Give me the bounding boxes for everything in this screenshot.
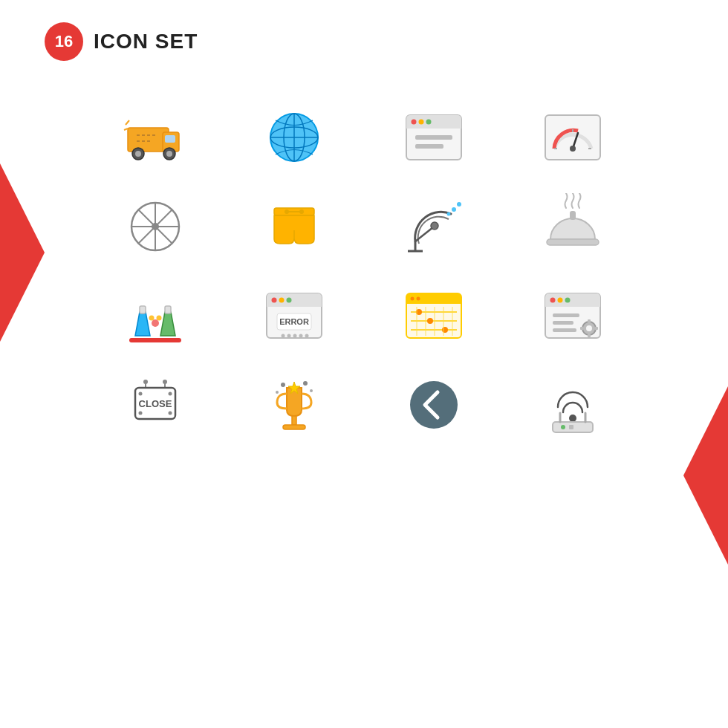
svg-point-58 <box>272 298 277 303</box>
icon-browser-settings <box>515 282 632 349</box>
svg-line-9 <box>126 120 129 125</box>
svg-point-65 <box>293 334 297 338</box>
icon-browser <box>375 104 493 171</box>
svg-point-63 <box>282 334 285 338</box>
svg-point-52 <box>152 319 159 327</box>
svg-rect-113 <box>292 416 296 425</box>
svg-line-10 <box>124 129 128 130</box>
svg-point-41 <box>431 222 438 230</box>
svg-rect-48 <box>547 239 599 245</box>
svg-point-121 <box>561 425 565 429</box>
svg-point-117 <box>569 415 576 422</box>
svg-rect-51 <box>165 306 171 313</box>
svg-point-66 <box>299 334 303 338</box>
svg-rect-49 <box>129 338 181 342</box>
svg-rect-122 <box>569 425 573 429</box>
icon-grid: ERROR <box>74 82 654 461</box>
svg-point-88 <box>558 298 563 303</box>
svg-text:ERROR: ERROR <box>279 317 309 326</box>
icon-shorts <box>236 193 354 260</box>
svg-point-107 <box>138 412 142 415</box>
svg-rect-97 <box>580 327 584 330</box>
header: 16 ICON SET <box>45 22 198 61</box>
svg-point-109 <box>281 383 285 387</box>
svg-rect-24 <box>545 115 600 160</box>
icon-delivery-truck <box>97 104 214 171</box>
svg-point-35 <box>152 223 159 230</box>
svg-point-44 <box>452 207 456 212</box>
svg-rect-2 <box>165 135 175 143</box>
svg-point-87 <box>550 298 556 303</box>
svg-point-6 <box>166 151 172 157</box>
svg-point-60 <box>287 298 292 303</box>
svg-rect-91 <box>553 321 573 325</box>
svg-rect-70 <box>406 299 461 304</box>
svg-rect-22 <box>415 135 452 140</box>
icon-browser-error: ERROR <box>236 282 354 349</box>
svg-rect-90 <box>553 313 579 317</box>
svg-point-20 <box>418 120 423 125</box>
svg-rect-92 <box>553 328 576 332</box>
svg-point-110 <box>276 391 279 394</box>
svg-rect-23 <box>415 144 443 149</box>
svg-point-105 <box>138 392 142 396</box>
svg-point-64 <box>287 334 291 338</box>
svg-point-21 <box>426 120 431 125</box>
icon-close-sign: CLOSE <box>97 371 214 438</box>
svg-point-19 <box>411 120 416 125</box>
svg-point-45 <box>457 202 461 207</box>
icon-chemical-reaction <box>97 282 214 349</box>
svg-point-78 <box>442 327 448 333</box>
svg-point-38 <box>285 209 289 214</box>
decorative-left <box>0 163 45 342</box>
svg-point-54 <box>156 316 161 321</box>
svg-rect-95 <box>588 319 591 323</box>
icon-food-cloche <box>515 193 632 260</box>
svg-rect-47 <box>570 211 576 220</box>
svg-text:CLOSE: CLOSE <box>138 398 172 409</box>
header-title: ICON SET <box>94 30 198 53</box>
icon-router <box>515 371 632 438</box>
icon-globe <box>236 104 354 171</box>
svg-point-94 <box>586 325 592 331</box>
icon-satellite-dish <box>375 193 493 260</box>
svg-point-89 <box>565 298 571 303</box>
svg-point-29 <box>570 146 576 152</box>
svg-point-111 <box>303 381 308 386</box>
icon-back-arrow <box>375 371 493 438</box>
icon-speedometer <box>515 104 632 171</box>
svg-point-76 <box>427 318 433 324</box>
icon-citrus-wheel <box>97 193 214 260</box>
decorative-right <box>683 386 728 565</box>
svg-point-39 <box>299 209 304 214</box>
svg-rect-98 <box>594 327 598 330</box>
svg-point-4 <box>135 151 141 157</box>
svg-rect-50 <box>140 306 146 313</box>
svg-point-53 <box>149 316 154 321</box>
svg-point-116 <box>410 381 458 429</box>
icon-audio-mixer <box>375 282 493 349</box>
badge-number: 16 <box>45 22 83 61</box>
svg-rect-96 <box>588 334 591 337</box>
svg-point-112 <box>310 389 313 392</box>
svg-point-59 <box>279 298 285 303</box>
icon-trophy <box>236 371 354 438</box>
svg-point-108 <box>168 412 172 415</box>
svg-rect-114 <box>283 425 305 429</box>
svg-point-106 <box>168 392 172 396</box>
svg-point-71 <box>410 297 414 301</box>
svg-point-67 <box>305 334 309 338</box>
svg-point-46 <box>446 212 450 216</box>
svg-point-72 <box>416 297 420 301</box>
